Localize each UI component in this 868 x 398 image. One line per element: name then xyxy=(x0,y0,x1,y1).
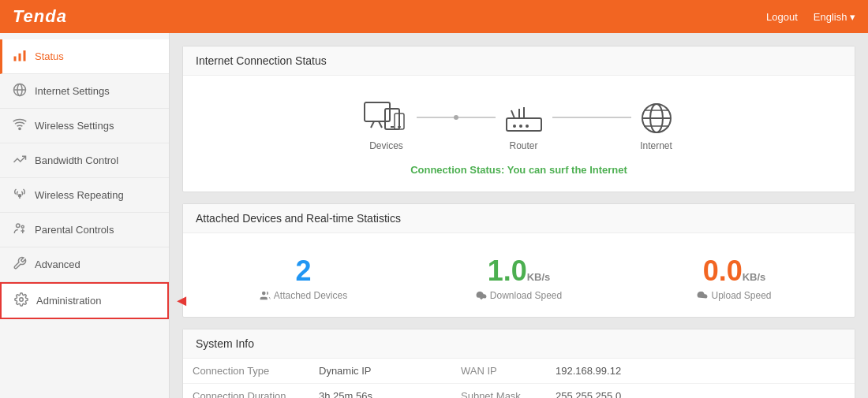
internet-status-header: Internet Connection Status xyxy=(183,46,855,76)
realtime-stats-header: Attached Devices and Real-time Statistic… xyxy=(183,204,855,233)
upload-icon xyxy=(697,290,708,301)
wireless-settings-icon xyxy=(13,117,27,134)
svg-point-27 xyxy=(526,125,529,128)
upload-label: Upload Speed xyxy=(627,290,842,301)
system-info-card: System Info Connection Type Dynamic IP W… xyxy=(182,329,855,398)
sidebar-item-wireless-repeating[interactable]: Wireless Repeating xyxy=(0,178,169,213)
svg-rect-21 xyxy=(507,118,541,131)
connection-diagram: Devices xyxy=(196,88,842,158)
svg-point-26 xyxy=(519,125,522,128)
diagram-devices: Devices xyxy=(363,101,410,151)
main-layout: Status Internet Settings Wireless Settin… xyxy=(0,33,868,398)
sidebar-item-advanced[interactable]: Advanced xyxy=(0,247,169,282)
sidebar-item-internet-settings-label: Internet Settings xyxy=(35,85,110,97)
status-icon xyxy=(13,48,27,65)
arrow-indicator: ◄ xyxy=(174,292,189,310)
diagram-internet: Internet xyxy=(638,101,675,151)
sysinfo-table: Connection Type Dynamic IP WAN IP 192.16… xyxy=(183,359,855,398)
sidebar-item-wireless-repeating-label: Wireless Repeating xyxy=(35,189,124,201)
svg-point-10 xyxy=(21,225,24,228)
internet-icon xyxy=(638,101,675,136)
sysinfo-value: 3h 25m 56s xyxy=(309,383,451,398)
bandwidth-control-icon xyxy=(13,152,27,169)
svg-rect-0 xyxy=(14,57,17,61)
internet-settings-icon xyxy=(13,83,27,99)
download-label: Download Speed xyxy=(411,290,627,301)
header-right: Logout English ▾ xyxy=(766,11,855,23)
svg-point-33 xyxy=(262,291,266,295)
sysinfo-label: Subnet Mask xyxy=(451,383,546,398)
sysinfo-label: Connection Type xyxy=(183,359,309,384)
sidebar-item-internet-settings[interactable]: Internet Settings xyxy=(0,74,169,109)
sidebar-item-bandwidth-control-label: Bandwidth Control xyxy=(35,154,118,166)
attached-count: 2 xyxy=(196,255,411,287)
diagram-router: Router xyxy=(502,101,546,151)
svg-point-7 xyxy=(19,195,21,197)
sidebar-item-bandwidth-control[interactable]: Bandwidth Control xyxy=(0,143,169,178)
sidebar-item-wireless-settings-label: Wireless Settings xyxy=(35,120,114,132)
sidebar-item-parental-controls[interactable]: Parental Controls xyxy=(0,213,169,247)
logo: Tenda xyxy=(13,6,67,27)
system-info-header: System Info xyxy=(183,329,855,359)
svg-rect-2 xyxy=(24,50,26,61)
logout-button[interactable]: Logout xyxy=(766,11,798,23)
svg-point-13 xyxy=(20,298,24,302)
svg-line-15 xyxy=(371,121,374,128)
svg-point-9 xyxy=(17,224,21,228)
attached-label: Attached Devices xyxy=(196,290,411,301)
line-router-internet xyxy=(552,117,631,118)
table-row: Connection Duration 3h 25m 56s Subnet Ma… xyxy=(183,383,855,398)
wireless-repeating-icon xyxy=(13,187,27,203)
devices-label: Devices xyxy=(369,140,403,151)
svg-point-25 xyxy=(513,125,516,128)
svg-rect-1 xyxy=(19,54,21,61)
sysinfo-value: Dynamic IP xyxy=(309,359,451,384)
sysinfo-value: 192.168.99.12 xyxy=(546,359,855,384)
svg-line-22 xyxy=(511,110,514,118)
sidebar-item-administration[interactable]: Administration ◄ xyxy=(0,282,169,319)
svg-rect-14 xyxy=(365,102,390,121)
content-area: Internet Connection Status xyxy=(170,33,868,398)
svg-line-16 xyxy=(379,121,382,128)
download-value: 1.0KB/s xyxy=(411,255,627,287)
router-icon xyxy=(502,101,546,136)
internet-status-card: Internet Connection Status xyxy=(182,46,855,192)
internet-label: Internet xyxy=(640,140,672,151)
sysinfo-value: 255.255.255.0 xyxy=(546,383,855,398)
realtime-stats-card: Attached Devices and Real-time Statistic… xyxy=(182,203,855,318)
stats-row: 2 Attached Devices 1.0KB/s Download Spee… xyxy=(196,246,842,304)
header: Tenda Logout English ▾ xyxy=(0,0,868,33)
upload-value: 0.0KB/s xyxy=(627,255,842,287)
router-label: Router xyxy=(509,140,537,151)
download-icon xyxy=(476,290,487,301)
sysinfo-label: Connection Duration xyxy=(183,383,309,398)
table-row: Connection Type Dynamic IP WAN IP 192.16… xyxy=(183,359,855,384)
sysinfo-label: WAN IP xyxy=(451,359,546,384)
stat-upload-speed: 0.0KB/s Upload Speed xyxy=(627,255,842,301)
devices-icon xyxy=(363,101,410,136)
sidebar-item-advanced-label: Advanced xyxy=(35,259,80,270)
sidebar-item-administration-label: Administration xyxy=(36,295,101,307)
sidebar-item-status[interactable]: Status xyxy=(0,39,169,74)
language-selector[interactable]: English ▾ xyxy=(814,11,855,23)
stat-attached-devices: 2 Attached Devices xyxy=(196,255,411,301)
parental-controls-icon xyxy=(13,221,27,238)
stat-download-speed: 1.0KB/s Download Speed xyxy=(411,255,627,301)
sidebar-item-wireless-settings[interactable]: Wireless Settings xyxy=(0,109,169,143)
administration-icon xyxy=(14,292,28,309)
system-info-body: Connection Type Dynamic IP WAN IP 192.16… xyxy=(183,359,855,398)
sidebar: Status Internet Settings Wireless Settin… xyxy=(0,33,170,398)
realtime-stats-body: 2 Attached Devices 1.0KB/s Download Spee… xyxy=(183,233,855,317)
internet-status-body: Devices xyxy=(183,76,855,192)
sidebar-item-status-label: Status xyxy=(35,50,64,62)
attached-devices-icon xyxy=(260,290,271,301)
connection-status: Connection Status: You can surf the Inte… xyxy=(196,158,842,179)
advanced-icon xyxy=(13,256,27,273)
svg-point-6 xyxy=(19,128,21,129)
line-devices-router xyxy=(417,117,496,118)
sidebar-item-parental-controls-label: Parental Controls xyxy=(35,224,114,236)
